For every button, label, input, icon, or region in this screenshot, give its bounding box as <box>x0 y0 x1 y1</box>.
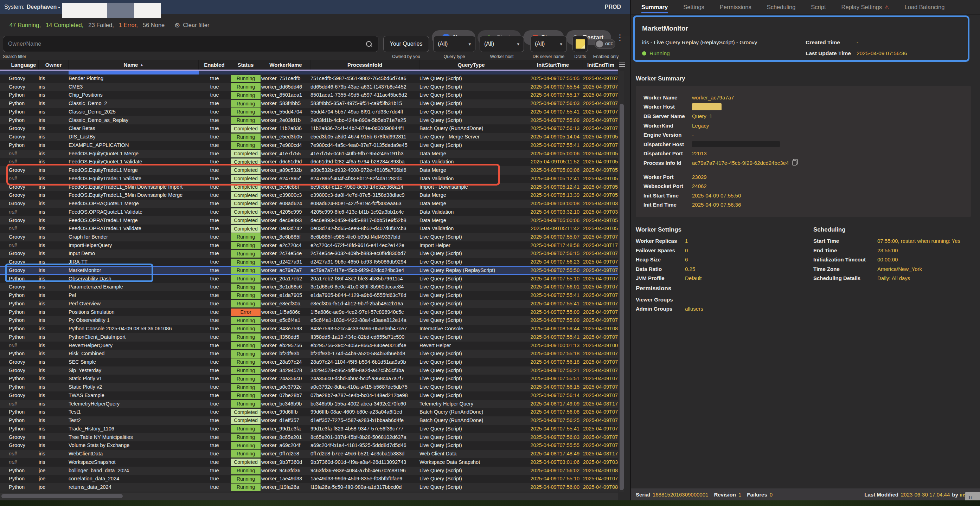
table-row[interactable]: PythonirisEXAMPLE_APPLICATIONtrueRunning… <box>0 141 618 150</box>
table-row[interactable]: GroovyirisDIS_LastBytrueRunningworker_e5… <box>0 133 618 141</box>
cell-owner: iris <box>39 291 68 300</box>
table-row[interactable]: GroovyirisJIRA-TTtrueRunningworker_d2427… <box>0 258 618 266</box>
table-row[interactable]: nullirisFeedOS.EquityTradeL1 Validatetru… <box>0 174 618 183</box>
table-row[interactable]: PythonirisTrade_History_1106trueRunningw… <box>0 425 618 433</box>
column-header-processinfoid[interactable]: ProcessInfoId <box>310 60 420 70</box>
table-row[interactable]: GroovyirisBender PlottingtrueRunningwork… <box>0 75 618 83</box>
table-row[interactable]: GroovyirisVolume Stats by ExchangetrueRu… <box>0 441 618 450</box>
table-row[interactable]: GroovyirisClear BetastrueCompletedworker… <box>0 124 618 133</box>
your-queries-button[interactable]: Your Queries <box>383 36 429 52</box>
tab-permissions[interactable]: Permissions <box>720 0 751 15</box>
enabled-only-toggle[interactable]: OFF <box>594 39 616 49</box>
tab-scheduling[interactable]: Scheduling <box>767 0 796 15</box>
copy-icon[interactable] <box>792 160 797 165</box>
table-row[interactable]: PythonirisPython Console 2025-04-09 08:5… <box>0 325 618 333</box>
cell-pid: ff358dd5-1a19-434e-82bd-cd655d71c590 <box>310 333 420 341</box>
table-row[interactable]: GroovyirisSEC SimpletrueRunningworker_28… <box>0 358 618 366</box>
column-header-name[interactable]: Name▲ <box>68 60 199 70</box>
cell-lang: Groovy <box>9 258 39 266</box>
cell-worker: worker_28a97c24 <box>261 358 310 366</box>
table-row[interactable]: PythonirisPositions SimulationtrueErrorw… <box>0 308 618 317</box>
table-row[interactable]: Pythonjoecorrelation_data_2024trueRunnin… <box>0 475 618 483</box>
table-row[interactable]: GroovyirisFeedOS.EquityTradeL1 Mergetrue… <box>0 166 618 174</box>
column-menu-icon[interactable] <box>618 60 626 70</box>
table-row[interactable]: PythonirisClassic_Demo_2025trueRunningwo… <box>0 108 618 116</box>
table-row[interactable]: nullirisFeedOS.EquityQuoteL1 Validatetru… <box>0 158 618 166</box>
table-row[interactable]: PythonirisPythonClient_DataImporttrueRun… <box>0 333 618 341</box>
status-cell: Running <box>230 392 261 400</box>
table-row[interactable]: PythonirisRisk_CombinedtrueRunningworker… <box>0 350 618 358</box>
column-header-initendtim[interactable]: InitEndTim <box>583 60 619 70</box>
table-row[interactable]: PythonirisPeltrueRunningworker_e1da7905e… <box>0 291 618 300</box>
table-row[interactable]: GroovyirisTWAS ExampletrueRunningworker_… <box>0 392 618 400</box>
cell-qt: Live Query (Script) <box>420 441 523 450</box>
table-row-selected[interactable]: GroovyirisMarketMonitortrueRunningworker… <box>0 266 618 275</box>
table-row[interactable]: GroovyirisFeedOS.OPRATradeL1 MergetrueCo… <box>0 216 618 225</box>
table-row[interactable]: PythonirisStatic Plotly v2trueRunningwor… <box>0 383 618 392</box>
tab-load-balancing[interactable]: Load Balancing <box>905 0 945 15</box>
table-row[interactable]: GroovyirisGraph for BendertrueRunningwor… <box>0 233 618 241</box>
query-type-select[interactable]: (All) ▾ <box>433 36 476 52</box>
table-row[interactable]: PythonirisClassic_Demo_2trueRunningworke… <box>0 100 618 108</box>
table-row[interactable]: nullirisTelemetryHelperQuerytrueRunningw… <box>0 400 618 408</box>
status-badge: Running <box>231 100 261 108</box>
table-row[interactable]: nullirisImportHelperQuerytrueRunningwork… <box>0 241 618 250</box>
table-row[interactable]: nullirisWorkspaceSnapshottrueCompletedwo… <box>0 458 618 466</box>
table-row[interactable]: PythonirisChip_PositionstrueRunningworke… <box>0 91 618 100</box>
toggle-state-label: OFF <box>605 42 613 46</box>
table-row[interactable]: nullirisFeedOS.OPRATradeL1 ValidatetrueC… <box>0 225 618 233</box>
cell-owner: iris <box>39 425 68 433</box>
table-row[interactable]: nullirisFeedOS.OPRAQuoteL1 ValidatetrueC… <box>0 208 618 216</box>
column-header-initstarttime[interactable]: InitStartTime <box>523 60 583 70</box>
cell-worker: worker_07be28b7 <box>261 392 310 400</box>
column-header-owner[interactable]: Owner <box>39 60 68 70</box>
table-row[interactable]: Pythonjoereturns_data_2024trueRunningwor… <box>0 483 618 492</box>
cell-pid: a69c204f-b1a4-4181-9525-5ddd8d7d5d46 <box>310 441 420 450</box>
horizontal-scrollbar-thumb[interactable] <box>2 494 123 498</box>
db-server-select[interactable]: (All) ▾ <box>530 36 567 52</box>
column-header-querytype[interactable]: QueryType <box>420 60 523 70</box>
table-row[interactable]: GroovyirisCME3trueRunningworker_dd65dd46… <box>0 83 618 91</box>
column-header-status[interactable]: Status <box>230 60 261 70</box>
column-header-enabled[interactable]: Enabled <box>199 60 230 70</box>
horizontal-scrollbar[interactable] <box>0 493 618 500</box>
table-row[interactable]: PythonirisPerf OverviewtrueRunningworker… <box>0 300 618 308</box>
table-row[interactable]: GroovyirisFeedOS.EquityTradeL1_5Min Down… <box>0 191 618 200</box>
table-row[interactable]: GroovyirisInput DemotrueRunningworker_2c… <box>0 249 618 258</box>
table-row[interactable]: PythonirisStatic Plotly v1trueRunningwor… <box>0 374 618 383</box>
cell-start: 2025-04-08T17:48:58 <box>523 241 583 250</box>
clear-filter-button[interactable]: ⊗ Clear filter <box>174 21 209 29</box>
table-row[interactable]: GroovyirisFeedOS.EquityTradeL1_5Min Down… <box>0 183 618 192</box>
table-row[interactable]: GroovyirisParameterized ExampletrueRunni… <box>0 283 618 291</box>
table-row[interactable]: PythonirisPy Observability 1trueRunningw… <box>0 316 618 325</box>
table-row[interactable]: nullirisWebClientDatatrueRunningworker_0… <box>0 450 618 458</box>
table-row[interactable]: nullirisFeedOS.EquityQuoteL1 MergetrueCo… <box>0 150 618 158</box>
table-row[interactable]: GroovyirisSip_YesterdaytrueRunningworker… <box>0 366 618 375</box>
table-row[interactable]: GroovyirisFeedOS.OPRAQuoteL1 MergetrueCo… <box>0 200 618 208</box>
vertical-scrollbar-thumb[interactable] <box>620 104 624 490</box>
drafts-button[interactable] <box>573 36 588 52</box>
tab-script[interactable]: Script <box>811 0 826 15</box>
worker-host-select[interactable]: (All) ▾ <box>480 36 524 52</box>
column-header-workername[interactable]: WorkerName <box>261 60 310 70</box>
table-row[interactable]: PythonirisTest1trueCompletedworker_99d6f… <box>0 408 618 416</box>
table-row[interactable]: GroovyirisTree Table NY Municipalitiestr… <box>0 433 618 442</box>
table-row[interactable]: PythonirisClassic_Demo_as_ReplaytrueRunn… <box>0 116 618 125</box>
field-value: 0 <box>685 247 688 253</box>
vertical-scrollbar[interactable] <box>619 71 624 492</box>
partially-visible-row[interactable] <box>0 71 618 75</box>
table-row[interactable]: PythonirisObservability DashtrueRunningw… <box>0 275 618 283</box>
table-row[interactable]: Pythonjoebollinger_band_data_2024trueRun… <box>0 466 618 475</box>
cell-start: 2025-04-08T17:49:09 <box>523 400 583 408</box>
tab-replay-settings[interactable]: Replay Settings⚠ <box>842 0 889 15</box>
column-header-language[interactable]: Language <box>9 60 39 70</box>
scheduling-heading: Scheduling <box>813 226 980 233</box>
cell-pid: 583f4bb5-35a7-4975-9f51-ca9f5fb31b15 <box>310 100 420 108</box>
tab-summary[interactable]: Summary <box>641 0 668 15</box>
table-row[interactable]: nullirisRevertHelperQuerytrueRunningwork… <box>0 341 618 350</box>
tab-settings[interactable]: Settings <box>683 0 704 15</box>
cell-name: MarketMonitor <box>68 266 199 275</box>
search-input[interactable] <box>3 41 365 47</box>
table-row[interactable]: PythonirisTest2trueCompletedworker_d1eff… <box>0 416 618 425</box>
cell-lang: Python <box>9 108 39 116</box>
